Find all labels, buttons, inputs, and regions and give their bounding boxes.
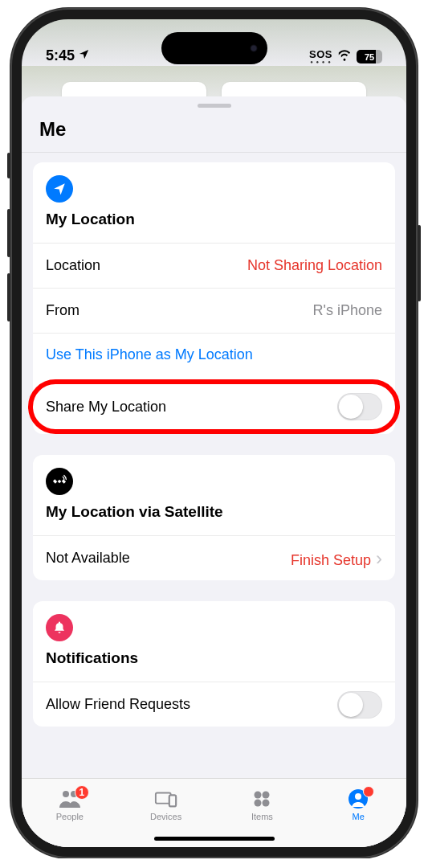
row-label: Share My Location xyxy=(46,399,166,416)
row-label: Location xyxy=(46,257,100,274)
tab-label: Me xyxy=(352,812,364,821)
my-location-card: My Location Location Not Sharing Locatio… xyxy=(33,162,395,434)
location-row[interactable]: Location Not Sharing Location xyxy=(33,243,395,288)
me-sheet: Me My Location Location Not Sharing Loca… xyxy=(22,96,406,847)
status-time: 5:45 xyxy=(46,47,75,64)
svg-point-11 xyxy=(263,800,270,807)
row-value: Finish Setup xyxy=(291,547,382,570)
satellite-card: My Location via Satellite Not Available … xyxy=(33,455,395,580)
location-arrow-icon xyxy=(78,47,90,64)
svg-point-10 xyxy=(255,800,262,807)
svg-point-9 xyxy=(263,792,270,799)
row-label: From xyxy=(46,302,79,319)
location-arrow-icon xyxy=(46,175,73,203)
row-label: Not Available xyxy=(46,550,130,567)
svg-point-13 xyxy=(355,793,361,800)
people-icon: 1 xyxy=(58,788,82,809)
row-value: R's iPhone xyxy=(313,302,382,319)
satellite-finish-setup-row[interactable]: Not Available Finish Setup xyxy=(33,535,395,580)
share-my-location-row[interactable]: Share My Location xyxy=(33,384,395,429)
tab-people-badge: 1 xyxy=(75,785,89,800)
svg-rect-2 xyxy=(62,479,66,483)
notifications-card: Notifications Allow Friend Requests xyxy=(33,601,395,727)
sheet-title: Me xyxy=(22,115,406,152)
phone-frame: 5:45 SOS ● ● ● ● 75 Me xyxy=(10,8,418,858)
svg-rect-0 xyxy=(58,480,62,484)
sos-indicator: SOS ● ● ● ● xyxy=(309,49,332,64)
row-value: Not Sharing Location xyxy=(247,257,382,274)
scroll-area[interactable]: My Location Location Not Sharing Locatio… xyxy=(22,151,406,778)
me-icon xyxy=(346,788,370,809)
use-this-iphone-link[interactable]: Use This iPhone as My Location xyxy=(33,333,395,379)
tab-label: Devices xyxy=(150,812,181,821)
devices-icon xyxy=(154,788,178,809)
side-button-vol-down xyxy=(7,273,10,321)
allow-friend-requests-toggle[interactable] xyxy=(337,691,382,719)
highlight-annotation: Share My Location xyxy=(28,379,400,434)
tab-label: Items xyxy=(251,812,273,821)
side-button-power xyxy=(418,225,421,301)
side-button-vol-up xyxy=(7,209,10,257)
svg-rect-1 xyxy=(53,479,57,483)
card-heading: My Location xyxy=(46,203,382,243)
tab-me[interactable]: Me xyxy=(310,779,406,831)
battery-indicator: 75 xyxy=(357,50,382,63)
side-button-silent xyxy=(7,153,10,178)
share-my-location-toggle[interactable] xyxy=(337,393,382,420)
svg-point-8 xyxy=(255,792,262,799)
tab-items[interactable]: Items xyxy=(214,779,311,831)
items-icon xyxy=(250,788,274,809)
sheet-grabber[interactable] xyxy=(198,104,231,108)
svg-point-3 xyxy=(63,791,69,797)
tab-people[interactable]: 1 People xyxy=(22,779,118,831)
wifi-icon xyxy=(337,50,352,63)
card-heading: My Location via Satellite xyxy=(46,495,382,535)
tab-label: People xyxy=(56,812,84,821)
allow-friend-requests-row[interactable]: Allow Friend Requests xyxy=(33,682,395,727)
home-indicator[interactable] xyxy=(154,837,275,841)
tab-devices[interactable]: Devices xyxy=(118,779,214,831)
satellite-icon xyxy=(46,468,73,495)
card-heading: Notifications xyxy=(46,641,382,682)
from-row[interactable]: From R's iPhone xyxy=(33,288,395,333)
screen: 5:45 SOS ● ● ● ● 75 Me xyxy=(22,19,406,847)
bell-icon xyxy=(46,614,73,641)
tab-me-badge xyxy=(363,786,374,797)
dynamic-island xyxy=(161,32,267,64)
row-label: Allow Friend Requests xyxy=(46,696,190,713)
svg-rect-6 xyxy=(169,795,175,806)
